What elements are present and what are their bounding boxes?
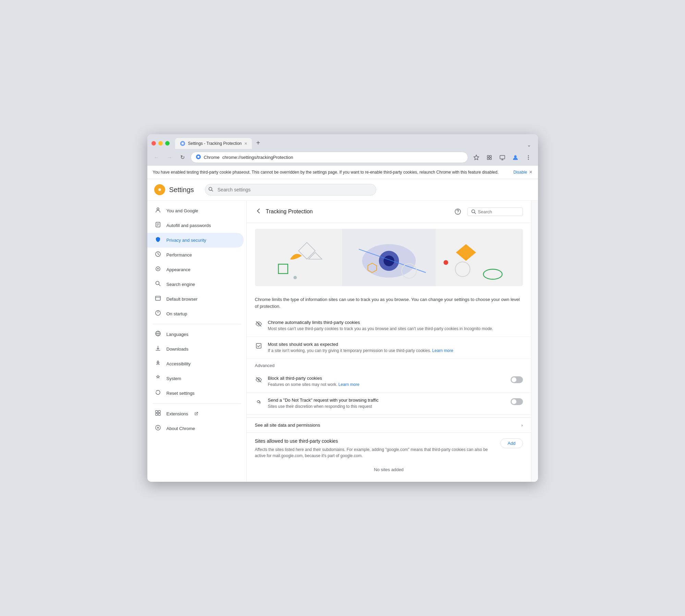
sidebar-item-performance[interactable]: Performance xyxy=(147,248,244,262)
extensions-button[interactable] xyxy=(484,152,495,163)
sidebar-item-privacy-security[interactable]: Privacy and security xyxy=(147,233,244,248)
block-cookies-icon xyxy=(255,376,262,385)
section-item-auto-limits-desc: Most sites can't use third-party cookies… xyxy=(268,326,523,332)
sidebar-item-downloads[interactable]: Downloads xyxy=(147,342,244,356)
sidebar-item-languages[interactable]: Languages xyxy=(147,327,244,342)
sidebar-label-reset-settings: Reset settings xyxy=(167,391,195,396)
content-page-title: Tracking Protection xyxy=(266,209,448,215)
more-button[interactable] xyxy=(523,152,534,163)
extensions-sidebar-icon xyxy=(154,410,162,418)
svg-line-26 xyxy=(159,285,160,286)
back-button[interactable]: ← xyxy=(151,152,162,163)
section-item-sites-work: Most sites should work as expected If a … xyxy=(247,337,531,359)
reload-button[interactable]: ↻ xyxy=(178,152,188,163)
sidebar-item-reset-settings[interactable]: Reset settings xyxy=(147,386,244,401)
sidebar-label-languages: Languages xyxy=(167,332,188,337)
settings-logo xyxy=(154,184,165,195)
sidebar-item-you-and-google[interactable]: You and Google xyxy=(147,203,244,218)
learn-more-link-1[interactable]: Learn more xyxy=(432,348,453,353)
tab-dropdown-btn[interactable]: ⌄ xyxy=(524,141,534,149)
accessibility-icon xyxy=(154,360,162,368)
sidebar-item-extensions[interactable]: Extensions xyxy=(147,406,244,421)
address-text: chrome://settings/trackingProtection xyxy=(222,155,463,160)
section-item-sites-work-title: Most sites should work as expected xyxy=(268,342,523,347)
sidebar-item-appearance[interactable]: Appearance xyxy=(147,262,244,277)
sidebar-item-search-engine[interactable]: Search engine xyxy=(147,277,244,292)
block-cookies-title: Block all third-party cookies xyxy=(268,376,505,381)
svg-rect-38 xyxy=(156,413,158,415)
new-tab-button[interactable]: + xyxy=(253,138,263,148)
allowed-sites-text: Sites allowed to use third-party cookies… xyxy=(255,438,495,463)
sidebar-item-accessibility[interactable]: Accessibility xyxy=(147,356,244,371)
help-button[interactable] xyxy=(452,206,463,217)
minimize-traffic-light[interactable] xyxy=(158,141,163,146)
chrome-label: Chrome xyxy=(204,155,220,160)
svg-point-43 xyxy=(457,213,458,213)
settings-search-input[interactable] xyxy=(205,184,376,196)
sidebar-divider-2 xyxy=(153,403,241,404)
allowed-sites-desc: Affects the sites listed here and their … xyxy=(255,447,495,459)
do-not-track-desc: Sites use their discretion when respondi… xyxy=(268,404,505,410)
svg-point-10 xyxy=(528,155,529,156)
sidebar-item-system[interactable]: System xyxy=(147,371,244,386)
section-item-block-cookies-text: Block all third-party cookies Features o… xyxy=(268,376,505,388)
allowed-sites-header-row: Sites allowed to use third-party cookies… xyxy=(255,438,523,463)
svg-point-24 xyxy=(157,268,159,269)
settings-page-title: Settings xyxy=(169,186,194,194)
svg-point-35 xyxy=(157,361,158,362)
content-search-input[interactable] xyxy=(478,209,519,214)
tab-close-btn[interactable]: × xyxy=(244,141,247,146)
sidebar-label-downloads: Downloads xyxy=(167,347,188,352)
address-bar[interactable]: Chrome chrome://settings/trackingProtect… xyxy=(191,152,468,163)
sidebar-label-accessibility: Accessibility xyxy=(167,361,191,366)
maximize-traffic-light[interactable] xyxy=(165,141,170,146)
profile-button[interactable] xyxy=(510,152,521,163)
svg-rect-6 xyxy=(487,158,489,160)
block-cookies-toggle-thumb xyxy=(512,377,516,382)
main-content: Tracking Protection xyxy=(247,201,531,481)
close-traffic-light[interactable] xyxy=(151,141,156,146)
forward-button[interactable]: → xyxy=(164,152,175,163)
learn-more-link-2[interactable]: Learn more xyxy=(339,382,359,387)
do-not-track-toggle[interactable] xyxy=(511,398,523,405)
add-site-button[interactable]: Add xyxy=(500,438,523,448)
svg-rect-37 xyxy=(158,411,160,413)
svg-rect-64 xyxy=(256,343,261,348)
svg-point-52 xyxy=(293,276,297,279)
content-back-button[interactable] xyxy=(255,208,262,216)
sidebar-label-extensions: Extensions xyxy=(167,411,188,416)
block-cookies-toggle[interactable] xyxy=(511,376,523,383)
appearance-icon xyxy=(154,266,162,274)
svg-rect-48 xyxy=(436,229,523,286)
site-data-permissions-row[interactable]: See all site data and permissions › xyxy=(247,417,531,433)
media-router-button[interactable] xyxy=(497,152,508,163)
svg-point-60 xyxy=(443,260,448,265)
svg-rect-7 xyxy=(490,158,491,160)
tracking-protection-illustration xyxy=(255,228,523,287)
section-item-auto-limits-text: Chrome automatically limits third-party … xyxy=(268,320,523,332)
section-item-auto-limits-title: Chrome automatically limits third-party … xyxy=(268,320,523,325)
sidebar-item-on-startup[interactable]: On startup xyxy=(147,306,244,321)
search-icon xyxy=(154,280,162,288)
bookmark-button[interactable] xyxy=(471,152,482,163)
sidebar-item-autofill[interactable]: Autofill and passwords xyxy=(147,218,244,233)
sidebar-label-privacy-security: Privacy and security xyxy=(167,238,206,243)
settings-search-icon xyxy=(208,187,213,193)
notification-close-btn[interactable]: × xyxy=(529,169,532,175)
sidebar-item-about-chrome[interactable]: About Chrome xyxy=(147,421,244,436)
svg-point-1 xyxy=(182,142,184,144)
eye-off-icon xyxy=(255,320,262,329)
chrome-logo-small xyxy=(196,154,201,161)
active-tab[interactable]: Settings - Tracking Protection × xyxy=(175,138,252,149)
toolbar: ← → ↻ Chrome chrome://settings/trackingP… xyxy=(147,149,538,166)
sidebar-item-default-browser[interactable]: Default browser xyxy=(147,292,244,306)
reset-icon xyxy=(154,389,162,397)
chevron-right-icon: › xyxy=(521,423,523,428)
notification-disable-link[interactable]: Disable xyxy=(513,170,527,175)
svg-point-9 xyxy=(514,155,516,158)
svg-point-14 xyxy=(158,188,161,191)
content-search-icon xyxy=(471,209,476,214)
external-link-icon xyxy=(194,412,198,416)
title-bar: Settings - Tracking Protection × + ⌄ xyxy=(147,134,538,149)
sidebar-label-you-and-google: You and Google xyxy=(167,208,198,213)
